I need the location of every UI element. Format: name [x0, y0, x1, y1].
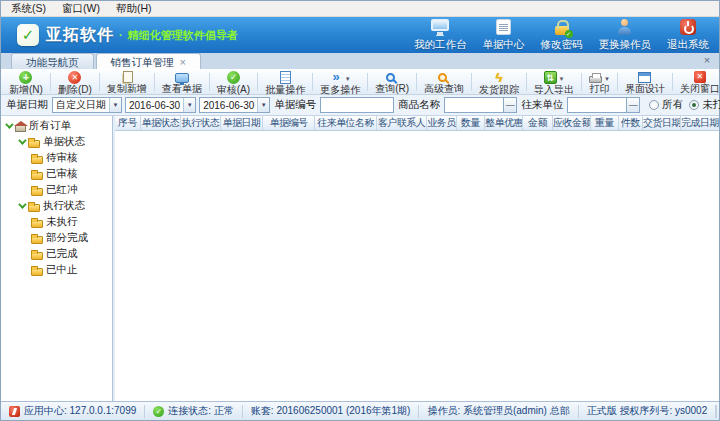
header-action-button[interactable]: 更换操作员	[599, 18, 652, 52]
grid-column-header[interactable]: 客户联系人	[377, 116, 427, 130]
toolbar-button[interactable]: 批量操作	[259, 70, 311, 94]
toolbar-button[interactable]: 查看单据	[156, 70, 208, 94]
filter-bar: 单据日期 自定义日期 2016-06-30 2016-06-30 单据编号 商品…	[1, 95, 719, 116]
grid-column-header[interactable]: 执行状态	[181, 116, 221, 130]
statusbar-item[interactable]: 消息提醒中心	[716, 405, 719, 418]
expander-icon[interactable]	[18, 136, 26, 144]
expander-icon[interactable]	[18, 200, 26, 208]
delete-icon	[68, 71, 81, 84]
partner-lookup-button[interactable]: —	[627, 97, 640, 113]
toolbar-separator	[50, 73, 51, 91]
product-name-label: 商品名称	[398, 98, 440, 112]
partner-input[interactable]	[567, 97, 627, 113]
header-action-button[interactable]: 单据中心	[483, 18, 525, 52]
grid-column-header[interactable]: 应收金额	[553, 116, 591, 130]
grid-column-header[interactable]: 数量	[457, 116, 485, 130]
grid-column-header[interactable]: 金额	[523, 116, 553, 130]
toolbar-button-label: 打印	[589, 84, 609, 94]
folder-icon	[28, 140, 40, 148]
header-action-button[interactable]: 修改密码	[541, 18, 583, 52]
menu-item[interactable]: 系统(S)	[3, 1, 54, 16]
toolbar-button[interactable]: 查询(R)	[369, 70, 415, 94]
grid-column-header[interactable]: 单据日期	[221, 116, 263, 130]
toolbar-button-label: 发货跟踪	[479, 85, 519, 95]
tab-close-icon[interactable]: ×	[180, 55, 186, 69]
header-action-button[interactable]: 退出系统	[667, 18, 709, 52]
bill-no-input[interactable]	[320, 97, 394, 113]
tree-node-label: 已审核	[46, 167, 78, 181]
tree-node[interactable]: 已红冲	[1, 182, 112, 198]
product-name-input[interactable]	[444, 97, 504, 113]
toolbar-button-label: 批量操作	[265, 85, 305, 95]
dropdown-arrow-icon	[345, 71, 351, 83]
toolbar-button[interactable]: 界面设计	[619, 70, 671, 94]
header-action-button[interactable]: 我的工作台	[414, 18, 467, 52]
menubar: 系统(S)窗口(W)帮助(H)	[1, 1, 719, 17]
toolbar-button[interactable]: 复制新增	[101, 70, 153, 94]
toolbar-button[interactable]: 发货跟踪	[473, 70, 525, 94]
switch-operator-icon	[617, 19, 632, 35]
toolbar-button[interactable]: 更多操作	[314, 70, 366, 94]
tree-node[interactable]: 已完成	[1, 246, 112, 262]
grid-column-header[interactable]: 序号	[115, 116, 141, 130]
audit-check-icon	[227, 71, 240, 84]
exit-power-icon	[680, 19, 696, 35]
document-tab[interactable]: 功能导航页	[11, 53, 94, 69]
tree-node[interactable]: 单据状态	[1, 134, 112, 150]
date-filter-label: 单据日期	[6, 98, 48, 112]
grid-column-header[interactable]: 业务员	[427, 116, 457, 130]
product-lookup-button[interactable]: —	[504, 97, 517, 113]
expander-icon[interactable]	[5, 120, 13, 128]
document-tab[interactable]: 销售订单管理 ×	[96, 53, 201, 69]
folder-icon	[31, 220, 43, 228]
statusbar-item-label: 应用中心: 127.0.0.1:7099	[24, 404, 136, 418]
toolbar-button[interactable]: 新增(N)	[3, 70, 49, 94]
tree-node[interactable]: 待审核	[1, 150, 112, 166]
tree-node[interactable]: 已中止	[1, 262, 112, 278]
chevron-down-icon[interactable]	[183, 98, 195, 112]
chevron-down-icon[interactable]	[257, 98, 269, 112]
grid-column-header[interactable]: 重量	[591, 116, 619, 130]
tree-node[interactable]: 部分完成	[1, 230, 112, 246]
tree-node[interactable]: 执行状态	[1, 198, 112, 214]
menu-item[interactable]: 窗口(W)	[54, 1, 108, 16]
statusbar-item-label: 正式版 授权序列号: ys0002	[587, 404, 708, 418]
menu-item[interactable]: 帮助(H)	[108, 1, 160, 16]
date-to-picker[interactable]: 2016-06-30	[199, 97, 270, 113]
app-header: 亚拓软件 · 精细化管理软件倡导者 我的工作台 单据中心 修改密码 更换操作员	[1, 17, 719, 53]
grid-header-row: 序号单据状态执行状态单据日期单据编号往来单位名称客户联系人业务员数量整单优惠金额…	[115, 116, 719, 131]
grid-column-header[interactable]: 单据状态	[141, 116, 181, 130]
toolbar-button[interactable]: 打印	[583, 70, 616, 94]
import-export-icon	[544, 71, 557, 84]
folder-icon	[31, 156, 43, 164]
tree-node-label: 已中止	[46, 263, 78, 277]
toolbar-button[interactable]: 删除(D)	[52, 70, 98, 94]
grid-column-header[interactable]: 往来单位名称	[315, 116, 377, 130]
main-area: 所有订单 单据状态 待审核 已审核 已红冲	[1, 116, 719, 401]
toolbar-button[interactable]: 审核(A)	[211, 70, 256, 94]
tree-node[interactable]: 已审核	[1, 166, 112, 182]
grid-column-header[interactable]: 单据编号	[263, 116, 315, 130]
grid-column-header[interactable]: 完成日期	[681, 116, 719, 130]
date-mode-select[interactable]: 自定义日期	[52, 97, 122, 113]
print-status-radio[interactable]: 所有	[649, 98, 683, 112]
statusbar-item-label: 账套: 201606250001 (2016年第1期)	[251, 404, 411, 418]
radio-icon[interactable]	[649, 100, 659, 110]
grid-column-header[interactable]: 件数	[619, 116, 643, 130]
chevron-down-icon[interactable]	[109, 98, 121, 112]
tree-node[interactable]: 未执行	[1, 214, 112, 230]
toolbar-button[interactable]: 高级查询	[418, 70, 470, 94]
grid-column-header[interactable]: 整单优惠	[485, 116, 523, 130]
tree-node[interactable]: 所有订单	[1, 118, 112, 134]
toolbar-button[interactable]: 导入导出	[528, 70, 580, 94]
toolbar-button-label: 新增(N)	[9, 85, 43, 95]
grid-column-header[interactable]: 交货日期	[643, 116, 681, 130]
toolbar-button[interactable]: 关闭窗口	[674, 70, 720, 94]
partner-label: 往来单位	[521, 98, 563, 112]
print-status-radio[interactable]: 未打印	[689, 98, 720, 112]
tabstrip-close-icon[interactable]: ×	[701, 55, 713, 67]
radio-icon[interactable]	[689, 100, 699, 110]
header-action-label: 修改密码	[541, 38, 583, 52]
workbench-monitor-icon	[431, 19, 449, 31]
date-from-picker[interactable]: 2016-06-30	[125, 97, 196, 113]
